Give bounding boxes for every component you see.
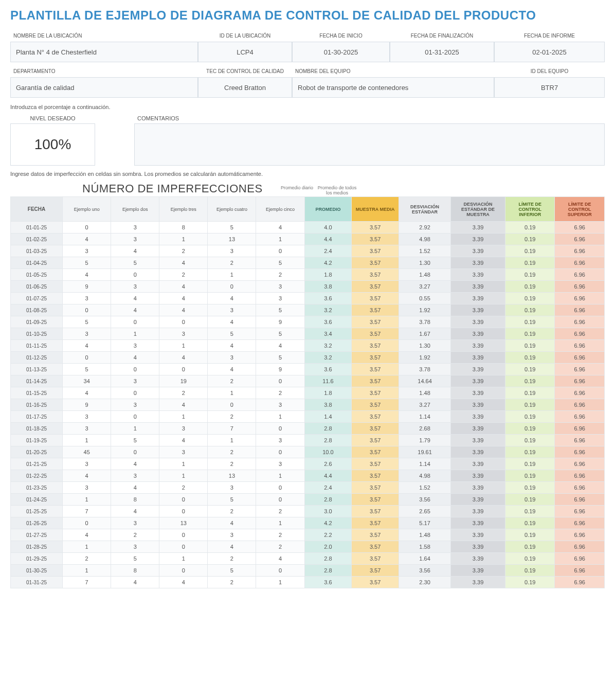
cell-sample[interactable]: 1 [208,269,256,281]
cell-sample[interactable]: 1 [256,234,304,245]
cell-sample[interactable]: 3 [111,375,159,387]
cell-sample[interactable]: 3 [111,517,159,529]
cell-sample[interactable]: 3 [63,411,111,423]
cell-sample[interactable]: 3 [208,482,256,494]
cell-sample[interactable]: 1 [256,470,304,482]
cell-sample[interactable]: 4 [63,340,111,352]
cell-sample[interactable]: 2 [208,257,256,269]
cell-sample[interactable]: 4 [208,517,256,529]
cell-sample[interactable]: 3 [208,245,256,257]
value-qc-tech[interactable]: Creed Bratton [198,77,292,98]
value-start-date[interactable]: 01-30-2025 [292,42,390,62]
cell-sample[interactable]: 3 [63,293,111,304]
cell-sample[interactable]: 2 [63,553,111,565]
cell-sample[interactable]: 4 [256,553,304,565]
cell-sample[interactable]: 2 [159,387,208,399]
cell-sample[interactable]: 3 [256,399,304,411]
cell-sample[interactable]: 0 [111,387,159,399]
cell-sample[interactable]: 4 [63,269,111,281]
cell-sample[interactable]: 4 [159,293,208,304]
cell-sample[interactable]: 1 [256,517,304,529]
cell-sample[interactable]: 2 [208,375,256,387]
cell-sample[interactable]: 2 [208,446,256,458]
cell-sample[interactable]: 4 [208,340,256,352]
cell-sample[interactable]: 5 [208,328,256,340]
cell-sample[interactable]: 34 [63,375,111,387]
cell-sample[interactable]: 0 [159,364,208,375]
cell-sample[interactable]: 0 [256,245,304,257]
cell-sample[interactable]: 0 [63,352,111,364]
comments-input[interactable] [134,123,605,166]
cell-sample[interactable]: 4 [63,387,111,399]
cell-sample[interactable]: 3 [159,446,208,458]
cell-sample[interactable]: 7 [63,577,111,588]
cell-sample[interactable]: 3 [111,222,159,234]
value-department[interactable]: Garantía de calidad [10,77,198,98]
cell-sample[interactable]: 1 [208,435,256,446]
cell-sample[interactable]: 1 [208,387,256,399]
cell-sample[interactable]: 5 [208,565,256,577]
cell-sample[interactable]: 0 [111,411,159,423]
cell-sample[interactable]: 4 [256,340,304,352]
cell-sample[interactable]: 4 [208,541,256,553]
cell-sample[interactable]: 4 [63,529,111,541]
cell-sample[interactable]: 2 [111,529,159,541]
cell-sample[interactable]: 3 [256,435,304,446]
cell-sample[interactable]: 4 [111,352,159,364]
cell-sample[interactable]: 0 [256,446,304,458]
cell-sample[interactable]: 4 [111,245,159,257]
cell-sample[interactable]: 4 [159,435,208,446]
cell-sample[interactable]: 3 [63,482,111,494]
cell-sample[interactable]: 0 [159,529,208,541]
value-location-id[interactable]: LCP4 [198,42,292,62]
cell-sample[interactable]: 3 [63,245,111,257]
cell-sample[interactable]: 3 [111,281,159,293]
cell-sample[interactable]: 1 [159,470,208,482]
value-equipment-id[interactable]: BTR7 [494,77,605,98]
cell-sample[interactable]: 0 [256,494,304,506]
cell-sample[interactable]: 5 [63,257,111,269]
cell-sample[interactable]: 1 [159,340,208,352]
cell-sample[interactable]: 13 [159,517,208,529]
cell-sample[interactable]: 4 [159,352,208,364]
cell-sample[interactable]: 4 [159,304,208,316]
cell-sample[interactable]: 2 [208,553,256,565]
cell-sample[interactable]: 5 [111,553,159,565]
cell-sample[interactable]: 0 [159,541,208,553]
cell-sample[interactable]: 1 [63,435,111,446]
cell-sample[interactable]: 9 [256,364,304,375]
cell-sample[interactable]: 5 [111,257,159,269]
cell-sample[interactable]: 9 [63,399,111,411]
cell-sample[interactable]: 3 [111,234,159,245]
cell-sample[interactable]: 45 [63,446,111,458]
cell-sample[interactable]: 4 [208,364,256,375]
value-desired-level[interactable]: 100% [10,123,95,166]
cell-sample[interactable]: 3 [63,458,111,470]
cell-sample[interactable]: 4 [159,281,208,293]
cell-sample[interactable]: 5 [256,352,304,364]
cell-sample[interactable]: 3 [111,399,159,411]
cell-sample[interactable]: 3 [256,458,304,470]
cell-sample[interactable]: 4 [159,399,208,411]
cell-sample[interactable]: 2 [159,269,208,281]
cell-sample[interactable]: 2 [159,245,208,257]
cell-sample[interactable]: 0 [256,482,304,494]
cell-sample[interactable]: 3 [256,281,304,293]
cell-sample[interactable]: 3 [111,470,159,482]
cell-sample[interactable]: 5 [256,304,304,316]
cell-sample[interactable]: 3 [159,328,208,340]
cell-sample[interactable]: 1 [256,577,304,588]
cell-sample[interactable]: 0 [256,565,304,577]
cell-sample[interactable]: 2 [208,506,256,517]
cell-sample[interactable]: 3 [208,529,256,541]
cell-sample[interactable]: 4 [256,222,304,234]
cell-sample[interactable]: 0 [63,517,111,529]
cell-sample[interactable]: 7 [208,423,256,435]
cell-sample[interactable]: 5 [111,435,159,446]
cell-sample[interactable]: 2 [159,482,208,494]
cell-sample[interactable]: 5 [256,257,304,269]
cell-sample[interactable]: 4 [111,293,159,304]
cell-sample[interactable]: 4 [63,234,111,245]
cell-sample[interactable]: 4 [111,304,159,316]
cell-sample[interactable]: 3 [63,423,111,435]
